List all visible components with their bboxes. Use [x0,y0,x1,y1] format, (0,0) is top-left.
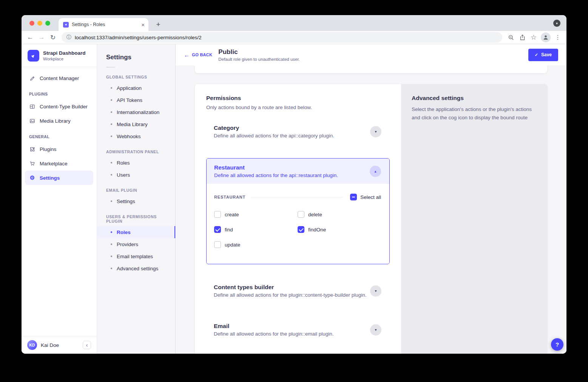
permission-delete[interactable]: delete [298,211,381,218]
create-checkbox[interactable] [214,211,221,218]
workspace-title: Strapi Dashboard [43,50,86,56]
divider [251,197,343,197]
sidebar-item-label: Content Manager [40,75,79,81]
sidebar-item-plugins[interactable]: Plugins [25,142,93,156]
strapi-favicon-icon: ▲ [63,22,69,28]
advanced-settings-title: Advanced settings [412,95,537,102]
browser-profile-avatar[interactable] [541,32,551,42]
subnav-item-admin-users[interactable]: Users [97,169,175,181]
accordion-content-types-builder[interactable]: Content types builder Define all allowed… [206,279,390,303]
advanced-settings-panel: Advanced settings Select the application… [401,84,547,354]
subnav-item-providers[interactable]: Providers [97,238,175,250]
tab-search-button[interactable]: ▾ [553,20,560,27]
permission-label: findOne [308,227,326,233]
brand[interactable]: ▲ Strapi Dashboard Workplace [22,44,97,67]
subnav-item-api-tokens[interactable]: API Tokens [97,94,175,106]
permission-grid: create delete find [214,211,381,248]
sidebar-section-general: GENERAL [25,134,93,139]
sidebar-item-settings[interactable]: ⚙ Settings [25,171,93,185]
subnav-item-admin-roles[interactable]: Roles [97,157,175,169]
permission-find[interactable]: find [214,226,298,233]
bookmark-star-icon[interactable]: ☆ [528,32,539,43]
accordion-email[interactable]: Email Define all allowed actions for the… [206,317,390,342]
go-back-link[interactable]: ← GO BACK [184,52,212,58]
save-button[interactable]: ✓ Save [528,49,558,61]
strapi-logo-icon: ▲ [28,50,39,62]
page-subtitle: Default role given to unauthenticated us… [218,57,299,62]
sidebar-item-content-manager[interactable]: Content Manager [25,71,93,85]
subnav-item-advanced-settings[interactable]: Advanced settings [97,262,175,274]
collapse-sidebar-button[interactable]: ‹ [83,341,91,349]
subnav-item-internationalization[interactable]: Internationalization [97,106,175,118]
user-name: Kai Doe [41,342,79,348]
reload-button[interactable]: ↻ [47,32,59,43]
new-tab-button[interactable]: + [154,20,163,29]
expand-accordion-button[interactable]: ▾ [370,285,381,297]
forward-button[interactable]: → [36,32,47,43]
browser-tab[interactable]: ▲ Settings - Roles × [59,18,148,31]
sidebar-item-media-library[interactable]: Media Library [25,114,93,128]
tab-close-icon[interactable]: × [141,22,145,28]
subnav-item-webhooks[interactable]: Webhooks [97,130,175,142]
update-checkbox[interactable] [214,241,221,248]
permission-create[interactable]: create [214,211,298,218]
bullet-icon [111,243,112,245]
arrow-left-icon: ← [184,52,190,58]
accordion-title: Email [214,323,333,330]
browser-menu-icon[interactable]: ⋮ [552,32,563,43]
sidebar-item-label: Content-Type Builder [40,104,88,109]
expand-accordion-button[interactable]: ▾ [370,126,381,137]
minimize-window-button[interactable] [37,21,42,26]
close-window-button[interactable] [29,21,34,26]
subnav-item-email-settings[interactable]: Settings [97,195,175,207]
zoom-window-button[interactable] [45,21,50,26]
bullet-icon [111,200,112,202]
accordion-category[interactable]: Category Define all allowed actions for … [206,119,390,144]
subnav-item-label: Users [117,172,130,178]
permissions-panel: Permissions Only actions bound by a rout… [195,84,401,354]
subnav-item-media-library[interactable]: Media Library [97,118,175,130]
permission-findone[interactable]: findOne [298,226,381,233]
chevron-down-icon: ▾ [375,328,377,332]
find-checkbox[interactable] [214,226,221,233]
subnav-title: Settings [97,54,175,61]
permissions-section: Permissions Only actions bound by a rout… [195,84,547,354]
back-button[interactable]: ← [25,32,36,43]
collapse-accordion-button[interactable]: ▴ [370,166,381,177]
sidebar-item-label: Settings [40,175,60,181]
accordion-restaurant-header[interactable]: Restaurant Define all allowed actions fo… [207,159,389,184]
bullet-icon [111,123,112,125]
accordion-description: Define all allowed actions for the plugi… [214,331,333,337]
site-info-icon[interactable]: ⓘ [66,34,71,41]
accordion-title: Content types builder [214,284,367,291]
image-icon [29,118,35,124]
page-header: ← GO BACK Public Default role given to u… [176,44,566,65]
subnav-item-application[interactable]: Application [97,82,175,94]
expand-accordion-button[interactable]: ▾ [370,324,381,336]
share-icon[interactable] [517,32,528,43]
subnav-item-label: Roles [117,160,130,166]
findone-checkbox[interactable] [298,226,304,233]
help-button[interactable]: ? [551,338,563,351]
subnav-item-up-roles[interactable]: Roles [97,226,175,238]
address-bar[interactable]: ⓘ localhost:1337/admin/settings/users-pe… [62,32,502,43]
accordion-title: Category [214,125,334,131]
zoom-out-icon[interactable] [505,32,517,43]
sidebar-item-marketplace[interactable]: Marketplace [25,156,93,171]
select-all-checkbox[interactable] [350,194,357,200]
delete-checkbox[interactable] [298,211,304,218]
subnav-item-email-templates[interactable]: Email templates [97,250,175,262]
page-title: Public [218,48,299,56]
bullet-icon [111,99,112,101]
select-all-control[interactable]: Select all [350,194,381,200]
chevron-up-icon: ▴ [374,169,376,173]
permissions-subtitle: Only actions bound by a route are listed… [206,105,390,110]
sidebar-item-content-type-builder[interactable]: Content-Type Builder [25,99,93,114]
go-back-label: GO BACK [192,52,212,57]
avatar[interactable]: KD [27,340,37,350]
permission-update[interactable]: update [214,241,298,248]
subnav-section-global-settings: GLOBAL SETTINGS [97,75,175,79]
bullet-icon [111,162,112,163]
tab-title: Settings - Roles [72,22,138,27]
divider [106,67,115,68]
